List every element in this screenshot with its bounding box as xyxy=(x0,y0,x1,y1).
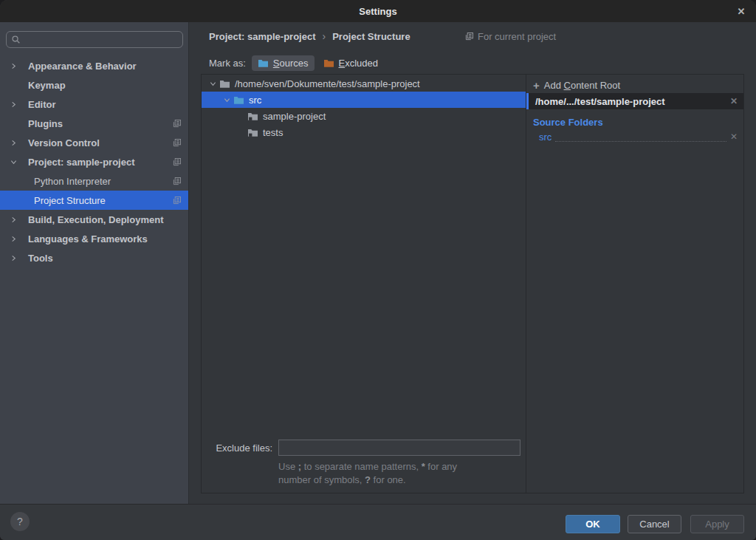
tree-row-src[interactable]: src xyxy=(202,92,526,108)
source-folder-row[interactable]: src✕ xyxy=(526,128,743,144)
breadcrumb-separator-icon: › xyxy=(323,30,326,42)
mark-as-option-label: Excluded xyxy=(339,58,378,69)
sidebar-item-editor[interactable]: Editor xyxy=(0,95,188,114)
per-project-icon xyxy=(173,139,181,147)
mark-as-excluded[interactable]: Excluded xyxy=(317,55,384,71)
per-project-icon xyxy=(173,196,181,205)
help-icon: ? xyxy=(17,516,23,527)
sidebar-item-python-interpreter[interactable]: Python Interpreter xyxy=(0,171,188,191)
source-folders-title: Source Folders xyxy=(533,117,743,128)
chevron-right-icon xyxy=(10,63,28,69)
sidebar-item-label: Languages & Frameworks xyxy=(28,233,148,245)
chevron-down-icon xyxy=(10,159,28,165)
folder-icon xyxy=(219,79,230,89)
sidebar-item-label: Version Control xyxy=(28,137,100,148)
apply-button[interactable]: Apply xyxy=(690,515,744,533)
sidebar-item-label: Build, Execution, Deployment xyxy=(28,214,163,225)
sidebar-item-label: Tools xyxy=(28,253,53,264)
mark-as-sources[interactable]: Sources xyxy=(252,55,315,71)
sidebar-items: Appearance & BehaviorKeymapEditorPlugins… xyxy=(0,56,188,267)
tree-row-label: sample-project xyxy=(263,111,326,122)
source-folder-name[interactable]: src xyxy=(539,131,551,143)
exclude-files-section: Exclude files: Use ; to separate name pa… xyxy=(202,440,526,487)
plus-icon: + xyxy=(533,79,540,92)
sidebar-item-label: Project: sample-project xyxy=(28,157,135,168)
search-field[interactable] xyxy=(6,31,183,48)
folder-icon xyxy=(233,95,244,105)
exclude-files-label: Exclude files: xyxy=(202,442,272,454)
sidebar-item-keymap[interactable]: Keymap xyxy=(0,75,188,95)
chevron-right-icon xyxy=(10,236,28,242)
content-root-path: /home/.../test/sample-project xyxy=(535,96,665,107)
settings-dialog: Settings ✕ Appearance & BehaviorKeymapEd… xyxy=(0,0,756,540)
content-root-row[interactable]: /home/.../test/sample-project ✕ xyxy=(526,93,743,109)
per-project-icon xyxy=(173,158,181,166)
tree-row-home-sven-dokumente-test-sample-project[interactable]: /home/sven/Dokumente/test/sample-project xyxy=(202,75,526,92)
folder-icon xyxy=(258,58,269,68)
tree-row-label: /home/sven/Dokumente/test/sample-project xyxy=(235,78,420,89)
dialog-footer: ? OK Cancel Apply xyxy=(0,504,756,540)
remove-content-root-icon[interactable]: ✕ xyxy=(730,96,738,106)
dotted-leader xyxy=(555,132,726,142)
settings-sidebar: Appearance & BehaviorKeymapEditorPlugins… xyxy=(0,22,189,505)
search-input[interactable] xyxy=(24,33,178,46)
folder-icon xyxy=(247,128,258,137)
per-project-icon xyxy=(173,177,181,185)
title-bar: Settings ✕ xyxy=(0,0,756,22)
help-button[interactable]: ? xyxy=(10,512,30,531)
cancel-button[interactable]: Cancel xyxy=(628,515,681,533)
scope-note-label: For current project xyxy=(478,31,556,42)
add-content-root-button[interactable]: + Add Content Root xyxy=(526,77,743,93)
tree-row-label: src xyxy=(249,95,261,106)
close-icon[interactable]: ✕ xyxy=(732,0,750,22)
folder-icon xyxy=(247,112,258,121)
chevron-down-icon xyxy=(220,97,233,103)
exclude-files-hint: Use ; to separate name patterns, * for a… xyxy=(278,460,526,487)
tree-row-tests[interactable]: tests xyxy=(202,124,526,140)
chevron-down-icon xyxy=(206,81,219,87)
sidebar-item-label: Keymap xyxy=(28,80,66,91)
mark-as-label: Mark as: xyxy=(209,58,246,69)
breadcrumb: Project: sample-project › Project Struct… xyxy=(209,28,410,44)
sidebar-item-appearance-behavior[interactable]: Appearance & Behavior xyxy=(0,56,188,75)
sidebar-item-label: Plugins xyxy=(28,118,63,129)
dialog-title: Settings xyxy=(359,6,396,17)
sidebar-item-label: Appearance & Behavior xyxy=(28,61,137,72)
sidebar-item-label: Project Structure xyxy=(34,195,106,206)
remove-source-folder-icon[interactable]: ✕ xyxy=(730,131,738,142)
sidebar-item-tools[interactable]: Tools xyxy=(0,248,188,267)
chevron-right-icon xyxy=(10,216,28,223)
mark-as-option-label: Sources xyxy=(273,58,309,69)
sidebar-item-project-sample-project[interactable]: Project: sample-project xyxy=(0,152,188,171)
tree-row-label: tests xyxy=(263,127,283,138)
exclude-files-input[interactable] xyxy=(278,440,520,456)
sidebar-item-version-control[interactable]: Version Control xyxy=(0,133,188,152)
chevron-right-icon xyxy=(10,255,28,262)
search-icon xyxy=(11,35,21,44)
breadcrumb-project[interactable]: Project: sample-project xyxy=(209,31,316,42)
chevron-right-icon xyxy=(10,101,28,108)
scope-note: For current project xyxy=(465,28,556,44)
mark-as-toolbar: Mark as: SourcesExcluded xyxy=(209,52,384,73)
sidebar-item-plugins[interactable]: Plugins xyxy=(0,114,188,133)
project-structure-panel: /home/sven/Dokumente/test/sample-project… xyxy=(201,74,744,493)
folder-icon xyxy=(323,58,334,68)
mark-as-options: SourcesExcluded xyxy=(252,55,384,71)
content-roots-pane: + Add Content Root /home/.../test/sample… xyxy=(526,75,743,493)
sidebar-item-label: Editor xyxy=(28,99,56,110)
sidebar-item-languages-frameworks[interactable]: Languages & Frameworks xyxy=(0,229,188,248)
folder-tree: /home/sven/Dokumente/test/sample-project… xyxy=(202,75,526,493)
per-project-icon xyxy=(465,33,473,41)
chevron-right-icon xyxy=(10,140,28,146)
breadcrumb-page[interactable]: Project Structure xyxy=(332,31,410,42)
tree-row-sample-project[interactable]: sample-project xyxy=(202,108,526,124)
sidebar-item-label: Python Interpreter xyxy=(34,176,111,187)
add-content-root-label: Add Content Root xyxy=(544,80,620,91)
sidebar-item-build-execution-deployment[interactable]: Build, Execution, Deployment xyxy=(0,210,188,229)
per-project-icon xyxy=(173,120,181,128)
sidebar-item-project-structure[interactable]: Project Structure xyxy=(0,191,188,210)
ok-button[interactable]: OK xyxy=(566,515,620,533)
